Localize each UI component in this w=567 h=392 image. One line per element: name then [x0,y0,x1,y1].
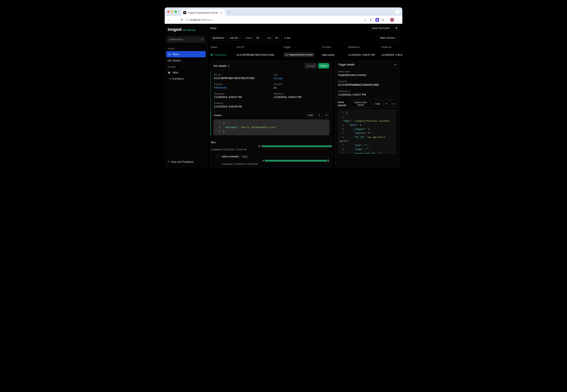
chevron-down-icon: ▾ [279,37,280,39]
wrap-payload-button[interactable]: ≡ [384,100,389,108]
copy-output-button[interactable]: Copy [306,113,315,117]
extension-icon-1[interactable]: ◐ [369,18,373,22]
trigger-details-title: Trigger details [338,63,354,66]
label-started: Started at [274,92,329,95]
collapse-panel-icon[interactable]: ⇥ [394,63,396,66]
timeline-run-row: Run Completed: 11/16/2024, 3:49:58 PM [211,141,332,151]
extension-icon-2[interactable]: ▣ [375,18,379,22]
browser-tab[interactable]: ◆ Inngest Development Server ✕ [181,9,225,16]
label-received: Received at [338,90,396,93]
value-function[interactable]: hello-world [214,86,269,89]
table-row[interactable]: Completed 01JCVBTMV3WXY9D3CFDEJFZSB1 ⟨⟩ … [210,50,399,59]
label-event-id: Event ID [338,80,396,83]
label-ended: Ended at [214,102,269,104]
logo-subtext: DEV SERVER [183,29,196,31]
sidebar-item-runs[interactable]: ☰ Runs [166,51,206,57]
rerun-button[interactable]: Rerun [318,63,329,69]
sidebar-item-stream[interactable]: (⦿) Stream [165,57,207,64]
send-test-event-button[interactable]: Send Test Event [370,25,392,31]
functions-icon: ⋮≡ [168,77,171,80]
app-filter[interactable]: All ▾ [273,35,282,41]
reload-button[interactable]: ⟳ [181,18,183,22]
value-queued: 11/16/2024, 3:49:57 PM [214,96,269,98]
topbar: Runs Send Test Event ⚙ [207,24,402,33]
sidebar-section-manage: Manage [165,64,207,69]
queued-at-filter[interactable]: Queued at ▾ [210,35,228,41]
minimize-window-button[interactable] [171,11,173,13]
help-feedback-link[interactable]: ? Help and Feedback [165,158,207,165]
table-header: Status Run ID Trigger Function Queued at… [210,43,399,50]
window-controls [167,11,177,13]
sidebar-item-functions[interactable]: ⋮≡ Functions [165,76,207,82]
sidebar-item-apps[interactable]: ▦ Apps [165,69,207,76]
browser-window: ◆ Inngest Development Server ✕ + ⌄ ← → ⟳… [165,7,402,168]
forward-button[interactable]: → [174,18,177,22]
extensions-icon[interactable]: ⊡ [382,18,384,22]
output-title: Output [214,114,222,117]
address-bar[interactable]: ⓘ localhost:8288/runs [186,18,361,22]
url-path: /runs [206,18,212,21]
copy-payload-button[interactable]: Copy [373,100,382,108]
chevron-down-icon: ▾ [225,37,226,39]
value-ended: 11/16/2024, 3:49:58 PM [214,105,269,108]
chevron-down-icon: ⌄ [397,11,398,13]
timeline-step-name: wait-a-moment [222,155,239,158]
output-code: 1{2 "message": "Hello test@example.com!"… [213,119,329,135]
browser-titlebar: ◆ Inngest Development Server ✕ + ⌄ [165,7,402,16]
label-queued: Queued at [214,92,269,95]
app-filter-label: App [265,35,273,41]
help-icon: ? [168,160,169,163]
col-status: Status [211,46,235,48]
event-payload-section: Event payload Send to Dev Server Copy ≡ … [335,98,399,154]
sidebar: inngest DEV SERVER Development ⇅ Monitor… [165,24,207,168]
tabs-dropdown-button[interactable]: ⌄ [395,10,400,14]
timeline-step-bar [265,160,327,162]
environment-select[interactable]: Development ⇅ [167,36,205,42]
new-tab-button[interactable]: + [228,10,230,14]
value-run-id: 01JCVBTMV3WXY9D3CFDEJFZSB1 [214,77,269,80]
detail-panels: Run details ⧉ Cancel Rerun Run ID [210,61,399,168]
browser-menu-icon[interactable]: ⋮ [397,18,400,22]
expand-icon: ⇲ [393,102,395,105]
back-button[interactable]: ← [167,18,171,22]
maximize-window-button[interactable] [175,11,177,13]
event-payload-json: 1{2 "name": "inngest/function.invoked",3… [338,109,397,154]
label-event-name: Event name [338,70,396,73]
status-dot-icon [211,54,213,56]
sidebar-item-label: Runs [173,53,179,56]
external-link-icon[interactable]: ⧉ [228,64,230,67]
help-label: Help and Feedback [171,160,193,163]
expand-icon: ⇲ [325,114,327,116]
profile-avatar[interactable] [390,18,394,22]
status-filter[interactable]: All ▾ [254,35,263,41]
value-app[interactable]: my-app [274,77,329,80]
expand-output-button[interactable]: ⇲ [323,113,329,117]
gear-icon: ⚙ [395,27,397,29]
filters-bar: Queued at ▾ Last 3d ▾ Status All ▾ [207,33,402,43]
runs-icon: ☰ [168,53,171,56]
row-ended: 11/16/2024, 3:49:58 PM [382,54,402,56]
send-to-dev-server-button[interactable]: Send to Dev Server [350,100,371,108]
label-duration: Duration [274,83,329,85]
site-info-icon[interactable]: ⓘ [186,18,188,22]
chevron-down-icon: ▾ [239,37,240,39]
app-root: inngest DEV SERVER Development ⇅ Monitor… [165,24,402,168]
label-app: App [274,73,329,76]
expand-step-button[interactable]: › [216,154,220,158]
wrap-lines-button[interactable]: ≡ [316,113,322,117]
run-count: 1 run [284,36,290,39]
close-tab-icon[interactable]: ✕ [220,11,223,14]
sidebar-item-label: Stream [172,59,181,62]
col-trigger: Trigger [283,46,320,48]
close-window-button[interactable] [167,11,170,13]
wrap-icon: ≡ [318,114,320,116]
bookmark-icon[interactable]: ☆ [364,18,367,22]
logo: inngest DEV SERVER [165,27,207,35]
time-range-filter[interactable]: Last 3d ▾ [228,35,242,41]
stream-icon: (⦿) [168,59,171,62]
table-columns-button[interactable]: Table columns ▾ [377,35,399,41]
expand-payload-button[interactable]: ⇲ [391,100,397,108]
cancel-button[interactable]: Cancel [305,63,317,69]
value-started: 11/16/2024, 3:49:57 PM [274,96,329,98]
settings-button[interactable]: ⚙ [393,25,399,31]
